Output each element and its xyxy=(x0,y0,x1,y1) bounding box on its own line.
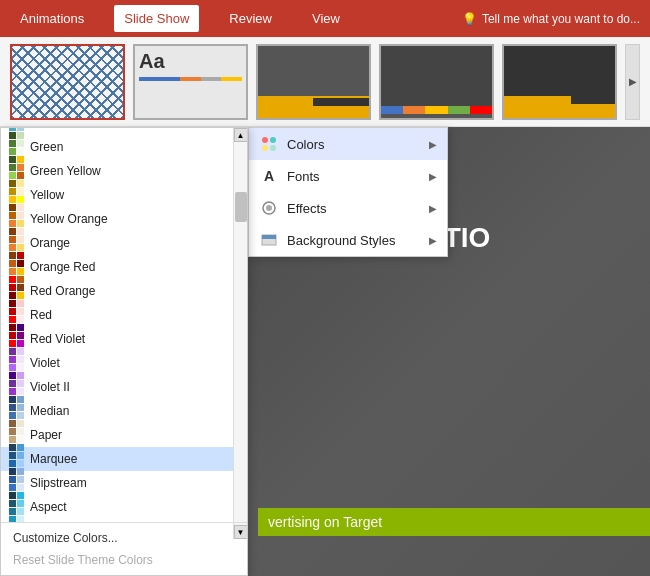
slide-thumb-4[interactable] xyxy=(379,44,494,120)
tab-slideshow[interactable]: Slide Show xyxy=(114,5,199,32)
submenu-background-arrow: ▶ xyxy=(429,235,437,246)
submenu-fonts-arrow: ▶ xyxy=(429,171,437,182)
submenu-fonts[interactable]: A Fonts ▶ xyxy=(249,160,447,192)
color-item-label: Yellow Orange xyxy=(30,212,108,226)
color-item-label: Violet xyxy=(30,356,60,370)
svg-point-0 xyxy=(262,137,268,143)
thumb-scroll-right[interactable]: ▶ xyxy=(625,44,640,120)
thumb-aa-label: Aa xyxy=(139,50,242,73)
color-list-item[interactable]: Green xyxy=(1,135,247,159)
submenu-panel: Colors ▶ A Fonts ▶ Effects ▶ xyxy=(248,127,448,257)
tab-view[interactable]: View xyxy=(302,5,350,32)
dropdown-bottom: Customize Colors... Reset Slide Theme Co… xyxy=(1,522,247,575)
color-item-label: Green Yellow xyxy=(30,164,101,178)
color-list-item[interactable]: Yellow Orange xyxy=(1,207,247,231)
color-list-item[interactable]: Violet xyxy=(1,351,247,375)
fonts-icon: A xyxy=(259,166,279,186)
color-item-label: Slipstream xyxy=(30,476,87,490)
lightbulb-icon: 💡 xyxy=(462,12,477,26)
customize-colors-link[interactable]: Customize Colors... xyxy=(1,527,247,549)
color-list-item[interactable]: Marquee xyxy=(1,447,247,471)
colors-dropdown: OfficeOffice 2007 - 2010GrayscaleBlue Wa… xyxy=(0,127,248,576)
svg-point-3 xyxy=(270,145,276,151)
color-item-label: Red Orange xyxy=(30,284,95,298)
reset-theme-colors-link: Reset Slide Theme Colors xyxy=(1,549,247,571)
slide-thumb-5[interactable] xyxy=(502,44,617,120)
slide-subtitle: vertising on Target xyxy=(258,508,650,536)
color-list-item[interactable]: Red xyxy=(1,303,247,327)
slide-thumb-3[interactable] xyxy=(256,44,371,120)
submenu-colors-label: Colors xyxy=(287,137,421,152)
color-item-label: Yellow xyxy=(30,188,64,202)
submenu-colors-arrow: ▶ xyxy=(429,139,437,150)
color-list-item[interactable]: Aspect xyxy=(1,495,247,519)
color-swatch xyxy=(9,492,24,523)
main-area: OfficeOffice 2007 - 2010GrayscaleBlue Wa… xyxy=(0,127,650,576)
color-list: OfficeOffice 2007 - 2010GrayscaleBlue Wa… xyxy=(1,128,247,523)
background-icon xyxy=(259,230,279,250)
submenu-effects[interactable]: Effects ▶ xyxy=(249,192,447,224)
color-item-label: Marquee xyxy=(30,452,77,466)
svg-point-2 xyxy=(262,145,268,151)
color-item-label: Blue Green xyxy=(30,128,91,130)
svg-point-5 xyxy=(266,205,272,211)
color-list-item[interactable]: Red Orange xyxy=(1,279,247,303)
effects-icon xyxy=(259,198,279,218)
color-list-item[interactable]: Median xyxy=(1,399,247,423)
slide-thumb-2[interactable]: Aa xyxy=(133,44,248,120)
scrollbar[interactable]: ▲ ▼ xyxy=(233,128,247,539)
color-list-item[interactable]: Green Yellow xyxy=(1,159,247,183)
scroll-up-btn[interactable]: ▲ xyxy=(234,128,248,142)
tab-animations[interactable]: Animations xyxy=(10,5,94,32)
color-item-label: Median xyxy=(30,404,69,418)
submenu-effects-arrow: ▶ xyxy=(429,203,437,214)
scroll-track xyxy=(234,142,248,525)
color-item-label: Red xyxy=(30,308,52,322)
color-list-item[interactable]: Slipstream xyxy=(1,471,247,495)
color-item-label: Violet II xyxy=(30,380,70,394)
color-list-item[interactable]: Orange Red xyxy=(1,255,247,279)
color-item-label: Red Violet xyxy=(30,332,85,346)
color-list-item[interactable]: Orange xyxy=(1,231,247,255)
color-list-item[interactable]: Blue Green xyxy=(1,128,247,135)
color-list-item[interactable]: Violet II xyxy=(1,375,247,399)
svg-rect-7 xyxy=(262,235,276,239)
submenu-fonts-label: Fonts xyxy=(287,169,421,184)
color-list-item[interactable]: Red Violet xyxy=(1,327,247,351)
submenu-colors[interactable]: Colors ▶ xyxy=(249,128,447,160)
thumbnails-bar: Aa ▶ xyxy=(0,37,650,127)
tell-me-bar[interactable]: 💡 Tell me what you want to do... xyxy=(462,12,640,26)
tab-review[interactable]: Review xyxy=(219,5,282,32)
slide-thumb-1[interactable] xyxy=(10,44,125,120)
color-item-label: Orange xyxy=(30,236,70,250)
thumb-color-lines xyxy=(139,77,242,81)
color-list-item[interactable]: Paper xyxy=(1,423,247,447)
tell-me-text: Tell me what you want to do... xyxy=(482,12,640,26)
color-item-label: Paper xyxy=(30,428,62,442)
color-item-label: Aspect xyxy=(30,500,67,514)
scroll-thumb[interactable] xyxy=(235,192,247,222)
submenu-background-label: Background Styles xyxy=(287,233,421,248)
slide-subtitle-text: vertising on Target xyxy=(268,514,382,530)
submenu-background[interactable]: Background Styles ▶ xyxy=(249,224,447,256)
colors-icon xyxy=(259,134,279,154)
svg-point-1 xyxy=(270,137,276,143)
ribbon-bar: Animations Slide Show Review View 💡 Tell… xyxy=(0,0,650,37)
submenu-effects-label: Effects xyxy=(287,201,421,216)
color-list-item[interactable]: Yellow xyxy=(1,183,247,207)
color-item-label: Green xyxy=(30,140,63,154)
color-item-label: Orange Red xyxy=(30,260,95,274)
